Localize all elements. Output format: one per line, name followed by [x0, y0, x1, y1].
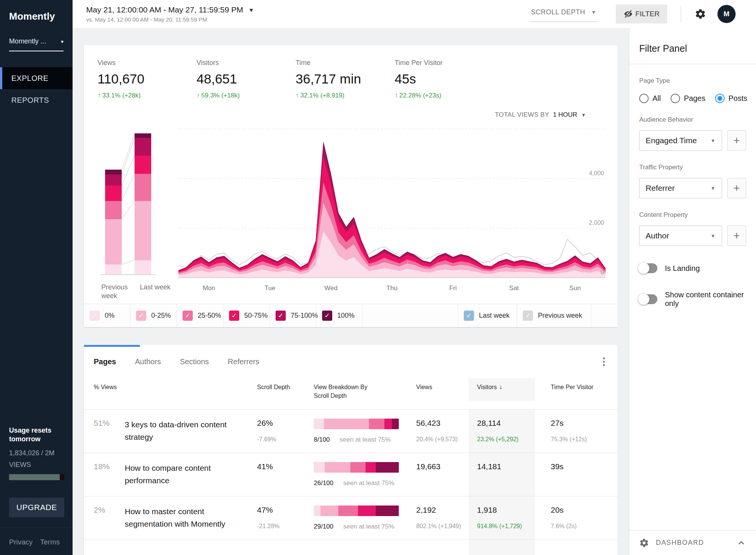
legend-last-week[interactable]: ✓ Last week [458, 304, 517, 327]
chart-legend: ✓ 0% ✓ 0-25% ✓ 25-50% ✓ 50-75% ✓ 75-100%… [84, 304, 618, 327]
date-range-label: May 21, 12:00:00 AM - May 27, 11:59:59 P… [86, 5, 243, 14]
content-property-select[interactable]: Author ▼ [639, 226, 722, 246]
legend-25-50pct[interactable]: ✓ 25-50% [177, 304, 223, 327]
topbar: May 21, 12:00:00 AM - May 27, 11:59:59 P… [73, 0, 756, 28]
settings-button[interactable] [695, 8, 706, 20]
add-traffic-filter-button[interactable]: + [727, 178, 746, 198]
col-header-views[interactable]: Views [410, 378, 469, 400]
arrow-up-icon: ↑ [395, 92, 398, 99]
tab-referrers[interactable]: Referrers [228, 357, 259, 366]
legend-75-100pct[interactable]: ✓ 75-100% [270, 304, 316, 327]
radio-label: Pages [684, 94, 705, 103]
dashboard-bar[interactable]: DASHBOARD [629, 530, 756, 555]
cell-time-per-visitor: 20s 7.6% (2s) [535, 496, 608, 540]
dashboard-label: DASHBOARD [656, 539, 704, 547]
metric-delta: 33.1% (+28k) [102, 92, 141, 99]
cell-page-title[interactable]: How to compare content performance [125, 453, 257, 496]
add-content-filter-button[interactable]: + [727, 226, 746, 246]
is-landing-toggle-row[interactable]: Is Landing [639, 263, 746, 273]
legend-previous-week[interactable]: ✓ Previous week [517, 304, 591, 327]
legend-0-25pct[interactable]: ✓ 0-25% [130, 304, 177, 327]
checkbox-checked-icon[interactable]: ✓ [229, 311, 239, 321]
chevron-down-icon: ▼ [711, 186, 716, 191]
chevron-up-icon[interactable] [736, 538, 746, 548]
breakdown-score: 8/100 [314, 436, 330, 444]
tpv-value: 27s [551, 419, 608, 428]
table-row[interactable] [84, 540, 618, 555]
checkbox-checked-icon[interactable]: ✓ [276, 311, 286, 321]
sidebar-item-explore[interactable]: EXPLORE [0, 67, 73, 89]
col-header-pct-views[interactable]: % Views [94, 378, 125, 400]
hourly-views-svg[interactable]: 4,0002,0000 [178, 127, 606, 278]
usage-section: Usage resets tomorrow 1,834,026 / 2M VIE… [0, 426, 73, 527]
date-range-selector[interactable]: May 21, 12:00:00 AM - May 27, 11:59:59 P… [86, 5, 254, 23]
add-audience-filter-button[interactable]: + [727, 130, 746, 151]
sidebar-item-reports[interactable]: REPORTS [0, 89, 73, 111]
chevron-down-icon[interactable]: ▼ [581, 112, 586, 118]
terms-link[interactable]: Terms [40, 538, 60, 555]
col-header-time-per-visitor[interactable]: Time Per Visitor [535, 378, 608, 400]
col-header-scroll-depth[interactable]: Scroll Depth [257, 378, 314, 400]
checkbox-checked-icon[interactable]: ✓ [322, 311, 332, 321]
radio-unselected-icon[interactable] [639, 94, 649, 103]
workspace-selector[interactable]: Momently ... ▾ [9, 37, 64, 51]
filter-button-label: FILTER [635, 10, 660, 18]
col-header-visitors[interactable]: Visitors↓ [469, 378, 535, 401]
checkbox-checked-icon[interactable]: ✓ [90, 311, 100, 321]
table-row[interactable]: 2% How to master content segmentation wi… [84, 496, 618, 540]
radio-pages[interactable]: Pages [671, 94, 705, 103]
views-value: 56,423 [416, 419, 469, 428]
cell-page-title[interactable]: 3 keys to data-driven content strategy [125, 410, 257, 453]
table-row[interactable]: 18% How to compare content performance 4… [84, 453, 618, 496]
legend-0pct[interactable]: ✓ 0% [84, 304, 130, 327]
scroll-depth-value: 47% [257, 506, 314, 515]
legend-100pct[interactable]: ✓ 100% [316, 304, 363, 327]
visitors-delta: 914.8% (+1,729) [477, 523, 535, 530]
metric-views: Views 110,670 ↑33.1% (+28k) [98, 59, 197, 99]
radio-all[interactable]: All [639, 94, 661, 103]
metric-visitors: Visitors 48,651 ↑59.3% (+18k) [197, 59, 296, 99]
audience-behavior-select[interactable]: Engaged Time ▼ [639, 130, 722, 151]
upgrade-button[interactable]: UPGRADE [9, 498, 64, 517]
chart-interval-value[interactable]: 1 HOUR [553, 111, 577, 119]
page-type-label: Page Type [639, 77, 746, 85]
cell-breakdown: 8/100 seen at least 75% [314, 410, 410, 453]
weekly-bars-svg[interactable] [95, 127, 160, 278]
cell-page-title[interactable]: How to master content segmentation with … [125, 496, 257, 540]
tab-authors[interactable]: Authors [135, 357, 161, 366]
weekly-comparison-chart: Previous week Last week [95, 127, 171, 301]
sidebar-item-label: EXPLORE [11, 74, 48, 83]
tab-sections[interactable]: Sections [180, 357, 209, 366]
hourly-views-chart: 4,0002,0000 Mon Tue Wed Thu Fri Sat Sun [178, 127, 606, 301]
radio-unselected-icon[interactable] [671, 94, 680, 103]
content-container-toggle-row[interactable]: Show content container only [639, 291, 746, 308]
more-options-icon[interactable] [600, 354, 608, 369]
gear-icon [639, 538, 649, 548]
table-row[interactable]: 51% 3 keys to data-driven content strate… [84, 409, 618, 453]
table-header-row: % Views Scroll Depth View Breakdown By S… [84, 378, 618, 409]
checkbox-checked-icon[interactable]: ✓ [523, 311, 533, 321]
breakdown-note: seen at least 75% [343, 523, 394, 530]
avatar[interactable]: M [717, 5, 736, 23]
checkbox-checked-icon[interactable]: ✓ [183, 311, 193, 321]
sidebar-item-label: REPORTS [11, 96, 49, 105]
radio-posts[interactable]: Posts [715, 94, 747, 103]
traffic-property-select[interactable]: Referrer ▼ [639, 178, 722, 198]
privacy-link[interactable]: Privacy [9, 538, 33, 555]
svg-text:2,000: 2,000 [589, 220, 604, 226]
cell-time-per-visitor: 39s [535, 453, 608, 496]
legend-50-75pct[interactable]: ✓ 50-75% [223, 304, 270, 327]
chevron-down-icon: ▼ [711, 233, 716, 239]
toggle-off-icon[interactable] [639, 294, 657, 304]
toggle-off-icon[interactable] [639, 263, 657, 273]
radio-selected-icon[interactable] [715, 94, 725, 103]
filter-button[interactable]: FILTER [616, 5, 667, 23]
checkbox-checked-icon[interactable]: ✓ [464, 311, 474, 321]
checkbox-checked-icon[interactable]: ✓ [136, 311, 146, 321]
metric-selector-dropdown[interactable]: SCROLL DEPTH ▼ [530, 6, 598, 22]
content-property-label: Content Property [639, 211, 746, 219]
visitors-value: 1,918 [477, 506, 535, 515]
tab-pages[interactable]: Pages [94, 357, 116, 366]
col-header-breakdown[interactable]: View Breakdown By Scroll Depth [314, 378, 410, 409]
x-axis-labels: Mon Tue Wed Thu Fri Sat Sun [178, 284, 606, 292]
